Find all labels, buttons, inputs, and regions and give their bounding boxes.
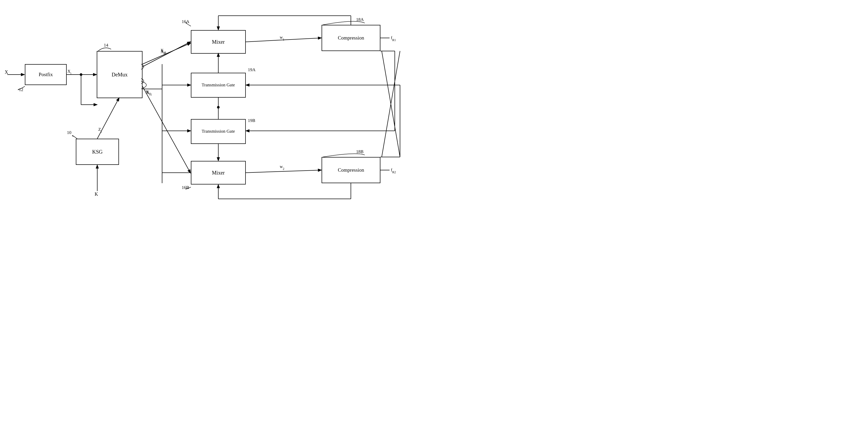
svg-text:16B: 16B	[182, 185, 189, 190]
svg-line-50	[382, 51, 400, 157]
svg-text:X: X	[5, 69, 8, 75]
svg-text:19A: 19A	[248, 67, 256, 72]
svg-text:18B: 18B	[356, 149, 364, 154]
svg-text:Xi: Xi	[67, 69, 72, 75]
svg-text:18A: 18A	[356, 17, 364, 22]
svg-text:Zi: Zi	[98, 127, 102, 134]
svg-line-57	[143, 42, 190, 67]
postfix-box: Postfix	[25, 64, 67, 85]
svg-text:fR1: fR1	[391, 36, 396, 42]
compression-a-box: Compression	[321, 25, 380, 51]
svg-line-51	[382, 51, 400, 157]
svg-text:19B: 19B	[248, 118, 255, 123]
mixer-b-box: Mixer	[191, 161, 246, 184]
demux-box: DeMux	[97, 51, 143, 98]
svg-point-3	[80, 73, 82, 76]
svg-line-6	[143, 43, 190, 64]
ksg-box: KSG	[76, 139, 119, 165]
svg-line-11	[97, 98, 119, 139]
svg-text:10: 10	[67, 130, 71, 135]
label-xi0: Xi0	[160, 49, 166, 55]
mixer-a-box: Mixer	[191, 30, 246, 54]
diagram-container: Postfix DeMux KSG Mixer Transmission Gat…	[0, 0, 434, 213]
svg-text:fR2: fR2	[391, 168, 396, 174]
compression-b-box: Compression	[321, 157, 380, 183]
svg-text:w2: w2	[280, 164, 284, 171]
svg-text:14: 14	[104, 42, 108, 48]
svg-text:w1: w1	[280, 35, 284, 41]
transmission-gate-b-box: Transmission Gate	[191, 119, 246, 144]
svg-line-8	[143, 86, 190, 173]
svg-line-20	[246, 170, 321, 173]
svg-text:K: K	[95, 192, 98, 197]
svg-point-24	[217, 106, 220, 109]
label-xi1: Xi1	[145, 89, 151, 95]
svg-text:16A: 16A	[182, 19, 190, 24]
svg-text:12: 12	[19, 87, 23, 92]
svg-line-18	[246, 38, 321, 42]
transmission-gate-a-box: Transmission Gate	[191, 73, 246, 97]
